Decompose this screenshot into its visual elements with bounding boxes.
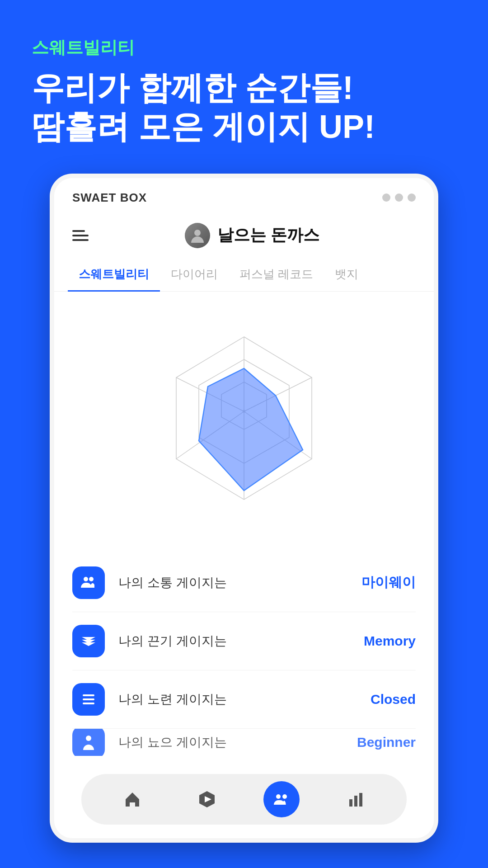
people-icon <box>80 574 97 591</box>
home-icon <box>123 790 141 808</box>
stat-persistence: 나의 끈기 게이지는 Memory <box>72 612 416 670</box>
svg-marker-11 <box>199 368 303 491</box>
dot-1 <box>382 193 390 202</box>
dot-2 <box>395 193 403 202</box>
title-line1: 우리가 함께한 순간들! <box>32 68 456 107</box>
dot-3 <box>408 193 416 202</box>
chart-area <box>54 292 434 545</box>
communication-label: 나의 소통 게이지는 <box>118 574 361 591</box>
avatar-image <box>185 223 210 248</box>
app-subtitle: 스웨트빌리티 <box>32 36 456 59</box>
svg-rect-23 <box>354 796 357 807</box>
user-section: 날으는 돈까스 <box>185 223 319 248</box>
tab-sweatbility[interactable]: 스웨트빌리티 <box>68 257 160 291</box>
svg-point-12 <box>84 577 88 581</box>
dots-container <box>382 193 416 202</box>
stats-list: 나의 소통 게이지는 마이웨이 나의 끈기 게이지는 Memory <box>54 545 434 765</box>
training-icon-box <box>72 683 105 716</box>
fourth-label: 나의 뇨으 게이지는 <box>118 734 357 751</box>
tab-badge[interactable]: 뱃지 <box>324 257 369 291</box>
persistence-value: Memory <box>364 633 416 649</box>
nav-community-button[interactable] <box>263 781 300 817</box>
app-name: SWAET BOX <box>72 191 147 205</box>
app-inner: SWAET BOX <box>54 178 434 838</box>
training-value: Closed <box>371 692 416 707</box>
app-title: 우리가 함께한 순간들! 땀흘려 모은 게이지 UP! <box>32 68 456 146</box>
top-bar: SWAET BOX <box>54 178 434 214</box>
app-header: 날으는 돈까스 <box>54 214 434 257</box>
communication-value: 마이웨이 <box>361 573 416 592</box>
person-icon <box>80 734 97 751</box>
persistence-icon-box <box>72 625 105 657</box>
stat-communication: 나의 소통 게이지는 마이웨이 <box>72 554 416 612</box>
background: 스웨트빌리티 우리가 함께한 순간들! 땀흘려 모은 게이지 UP! SWAET… <box>0 0 488 868</box>
nav-home-button[interactable] <box>114 781 150 817</box>
tab-diary[interactable]: 다이어리 <box>160 257 229 291</box>
stat-training: 나의 노련 게이지는 Closed <box>72 670 416 729</box>
svg-point-0 <box>194 230 201 236</box>
svg-rect-15 <box>83 698 94 700</box>
communication-icon-box <box>72 566 105 599</box>
community-icon <box>272 790 291 808</box>
persistence-label: 나의 끈기 게이지는 <box>118 632 364 650</box>
svg-rect-16 <box>83 703 94 704</box>
training-label: 나의 노련 게이지는 <box>118 691 371 708</box>
title-line2: 땀흘려 모은 게이지 UP! <box>32 107 456 146</box>
fourth-value: Beginner <box>357 735 416 750</box>
svg-rect-24 <box>359 793 362 807</box>
layers-icon <box>80 632 97 650</box>
svg-rect-14 <box>83 694 94 696</box>
svg-point-21 <box>282 794 287 799</box>
stat-fourth: 나의 뇨으 게이지는 Beginner <box>72 729 416 756</box>
svg-point-20 <box>276 794 281 799</box>
menu-line-3 <box>72 239 89 241</box>
svg-rect-22 <box>349 799 352 807</box>
play-icon <box>198 790 216 808</box>
username: 날으는 돈까스 <box>217 224 319 246</box>
menu-button[interactable] <box>72 230 89 241</box>
phone-mockup: SWAET BOX <box>50 174 438 843</box>
bottom-nav-bar <box>81 774 407 825</box>
radar-chart <box>136 310 352 527</box>
menu-line-2 <box>72 235 89 236</box>
nav-play-button[interactable] <box>189 781 225 817</box>
avatar <box>185 223 210 248</box>
menu-line-1 <box>72 230 85 232</box>
top-section: 스웨트빌리티 우리가 함께한 순간들! 땀흘려 모은 게이지 UP! <box>0 0 488 174</box>
chart-icon <box>347 790 365 808</box>
nav-chart-button[interactable] <box>338 781 374 817</box>
svg-point-13 <box>89 577 94 581</box>
bottom-nav <box>54 765 434 838</box>
svg-point-17 <box>86 736 91 741</box>
tab-personal-record[interactable]: 퍼스널 레코드 <box>229 257 324 291</box>
list-icon <box>80 691 97 708</box>
fourth-icon-box <box>72 729 105 756</box>
nav-tabs: 스웨트빌리티 다이어리 퍼스널 레코드 뱃지 <box>54 257 434 292</box>
